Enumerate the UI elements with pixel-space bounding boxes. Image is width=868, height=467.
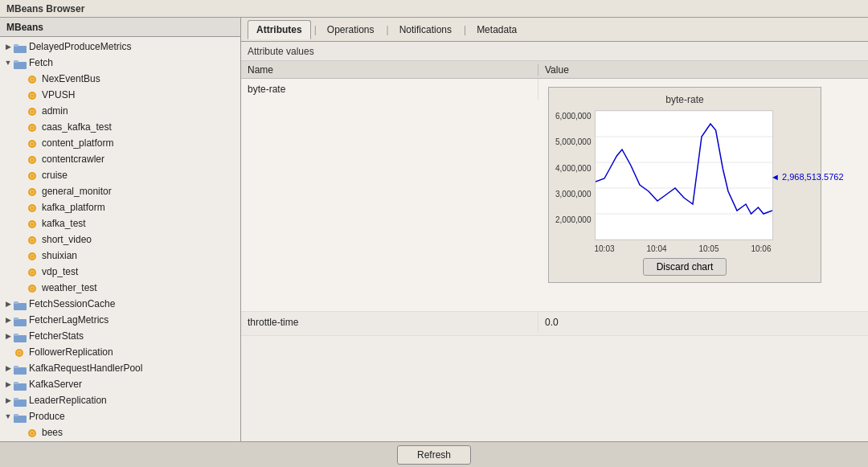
attr-row-byte-rate: byte-rate byte-rate 6,000,000 5,000,000 … [241,79,868,312]
tree-item-admin[interactable]: admin [0,103,240,119]
tree-label: FetchSessionCache [29,298,115,309]
refresh-button[interactable]: Refresh [397,445,471,465]
tree-label: bees [42,427,63,438]
tree-item-vpush[interactable]: VPUSH [0,87,240,103]
attributes-table-header: Name Value [241,61,868,79]
svg-point-11 [31,94,34,96]
tree-label: vdp_test [42,266,78,277]
tab-separator-1: | [314,24,317,35]
tree-item-leaderreplication[interactable]: ▶ LeaderReplication [0,392,240,408]
tree-label: DelayedProduceMetrics [29,41,131,52]
toggle-icon: ▶ [3,299,13,309]
toggle-icon: ▶ [3,42,13,51]
tree-item-shuixian[interactable]: shuixian [0,248,240,264]
col-value-header: Value [538,64,868,76]
tree-item-produce[interactable]: ▼ Produce [0,408,240,424]
app-title: MBeans Browser [6,3,84,14]
tree-item-fetch[interactable]: ▼ Fetch [0,55,240,71]
tree-container[interactable]: ▶ DelayedProduceMetrics▼ Fetch NexEventB… [0,37,240,441]
toggle-icon: ▶ [3,363,13,373]
svg-point-59 [18,351,21,354]
attr-row-throttle-time: throttle-time 0.0 [241,312,868,336]
tab-operations[interactable]: Operations [318,20,383,39]
bean-icon [27,137,39,149]
folder-icon [14,331,27,341]
folder-icon [14,42,27,51]
y-label-4m: 4,000,000 [555,164,592,173]
tree-label: admin [42,105,68,117]
attr-value-byte-rate: byte-rate 6,000,000 5,000,000 4,000,000 … [538,79,868,291]
bean-icon [27,266,39,277]
tabs-bar: Attributes | Operations | Notifications … [241,18,868,42]
tree-label: general_monitor [42,186,112,197]
folder-icon [14,379,27,389]
tree-item-delayed[interactable]: ▶ DelayedProduceMetrics [0,39,240,55]
tree-label: NexEventBus [42,73,100,84]
svg-point-23 [31,158,34,161]
svg-point-26 [31,174,34,177]
toggle-icon: ▶ [3,315,13,325]
tree-item-vdp_test[interactable]: vdp_test [0,264,240,280]
tree-label: weather_test [42,282,97,293]
bottom-bar: Refresh [0,441,868,467]
x-label-1003: 10:03 [595,244,615,253]
tree-item-contentcrawler[interactable]: contentcrawler [0,151,240,167]
tree-item-p_bees[interactable]: bees [0,424,240,440]
svg-rect-50 [14,301,18,304]
tab-attributes[interactable]: Attributes [248,20,311,39]
bean-icon [27,154,39,165]
tree-label: content_platform [42,137,113,149]
tree-item-fetcherstats[interactable]: ▶ FetcherStats [0,328,240,344]
bean-icon [27,73,39,84]
tab-notifications[interactable]: Notifications [391,20,461,39]
folder-icon [14,363,27,373]
tree-item-kafkaserver[interactable]: ▶ KafkaServer [0,376,240,392]
x-label-1006: 10:06 [751,244,771,253]
chart-container: byte-rate 6,000,000 5,000,000 4,000,000 … [548,87,821,283]
tree-label: FetcherLagMetrics [29,314,108,326]
tree-item-content_platform[interactable]: content_platform [0,135,240,151]
svg-rect-71 [14,414,18,416]
tree-item-kafkarequesthandler[interactable]: ▶ KafkaRequestHandlerPool [0,360,240,376]
tree-item-kafka_test[interactable]: kafka_test [0,215,240,231]
y-label-5m: 5,000,000 [555,137,592,146]
tree-item-nexeventbus[interactable]: NexEventBus [0,71,240,87]
bean-icon [27,202,39,213]
y-label-3m: 3,000,000 [555,190,592,199]
discard-chart-button[interactable]: Discard chart [643,258,727,276]
bean-icon [14,346,27,358]
folder-icon [14,395,27,405]
tree-item-general_monitor[interactable]: general_monitor [0,183,240,199]
toggle-icon: ▼ [3,58,13,68]
tree-label: FollowerReplication [29,346,113,358]
x-label-1004: 10:04 [646,244,666,253]
tree-item-short_video[interactable]: short_video [0,231,240,248]
bean-icon [27,121,39,133]
tree-item-followerreplication[interactable]: FollowerReplication [0,344,240,360]
folder-icon [14,299,27,309]
tree-item-weather_test[interactable]: weather_test [0,280,240,296]
svg-point-20 [31,142,34,145]
toggle-icon: ▶ [3,395,13,405]
tree-item-fetcherlagmetrics[interactable]: ▶ FetcherLagMetrics [0,312,240,328]
svg-point-29 [31,190,34,193]
attr-name-throttle-time: throttle-time [241,312,538,333]
y-label-6m: 6,000,000 [555,112,592,121]
tree-item-kafka_platform[interactable]: kafka_platform [0,199,240,215]
attr-name-byte-rate: byte-rate [241,79,538,100]
svg-point-17 [31,126,34,129]
tree-item-fetchsessioncache[interactable]: ▶ FetchSessionCache [0,296,240,312]
tree-label: KafkaRequestHandlerPool [29,363,142,374]
tab-separator-3: | [464,24,466,35]
tree-item-cruise[interactable]: cruise [0,167,240,183]
tree-label: kafka_platform [42,202,105,213]
tree-item-caas_kafka[interactable]: caas_kafka_test [0,119,240,135]
attr-value-throttle-time: 0.0 [538,312,868,333]
folder-icon [14,412,27,421]
bean-icon [27,282,39,293]
tree-label: cruise [42,170,68,181]
tab-metadata[interactable]: Metadata [468,20,526,39]
svg-point-41 [31,255,34,257]
chart-canvas [595,110,773,240]
bean-icon [27,170,39,181]
